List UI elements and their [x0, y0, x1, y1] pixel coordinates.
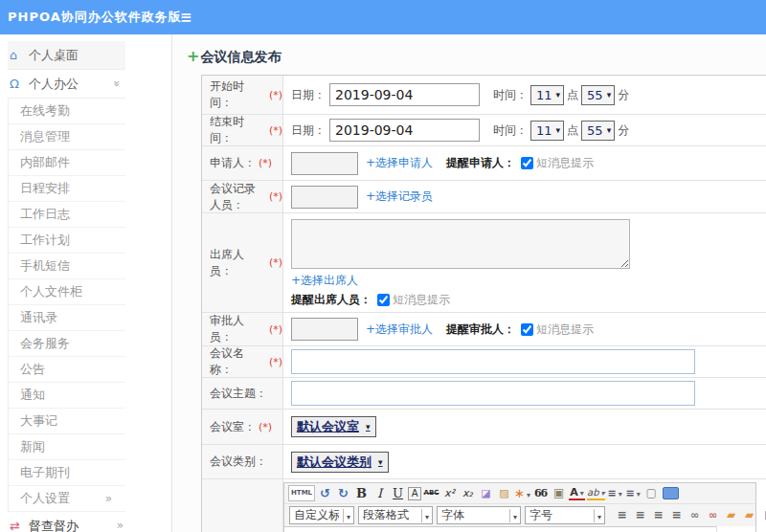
- approver-label-cell: 审批人员： (*): [202, 313, 283, 345]
- sidebar-subitem[interactable]: 消息管理: [9, 124, 125, 150]
- attendee-sms-checkbox[interactable]: [377, 294, 390, 306]
- superscript-icon[interactable]: x²: [441, 485, 458, 501]
- time-label: 时间：: [493, 87, 528, 103]
- heading-select[interactable]: 自定义标题: [289, 506, 354, 524]
- hour-unit: 点: [567, 122, 578, 139]
- link-icon[interactable]: ∞: [687, 507, 703, 523]
- menu-toggle-icon[interactable]: ≡: [180, 9, 192, 26]
- eraser-icon[interactable]: ◪: [478, 485, 494, 501]
- required-mark: (*): [269, 124, 282, 137]
- approver-input[interactable]: [291, 318, 358, 341]
- font-family-select[interactable]: 字体: [437, 506, 521, 524]
- start-time-label-cell: 开始时间： (*): [202, 76, 283, 114]
- align-center-icon[interactable]: ≡: [632, 507, 648, 523]
- html-source-button[interactable]: HTML: [288, 485, 315, 501]
- recorder-label-cell: 会议记录人员： (*): [202, 181, 283, 212]
- applicant-input[interactable]: [291, 152, 358, 175]
- sidebar-item-desktop[interactable]: ⌂ 个人桌面: [8, 41, 125, 70]
- end-hour-select[interactable]: 11: [530, 121, 564, 141]
- form-row-attendees: 出席人员： (*) +选择出席人 提醒出席人员： 短消息提示: [202, 213, 766, 313]
- quick-format-icon[interactable]: ∗: [514, 485, 530, 501]
- sidebar-item-supervise[interactable]: ⇄ 督查督办 »: [8, 512, 125, 532]
- align-left-icon[interactable]: ≡: [614, 507, 630, 523]
- media-icon[interactable]: ▮: [759, 507, 766, 523]
- highlight-color-icon[interactable]: ab: [587, 487, 605, 500]
- sidebar-subitem[interactable]: 公告: [9, 357, 125, 383]
- choose-recorder-link[interactable]: +选择记录员: [366, 188, 433, 205]
- sidebar-subitem[interactable]: 电子期刊: [9, 460, 125, 486]
- sidebar-item-label: 个人办公: [29, 77, 79, 91]
- sidebar-subitem[interactable]: 新闻: [9, 434, 125, 460]
- redo-icon[interactable]: ↻: [335, 485, 351, 501]
- fullscreen-icon[interactable]: [663, 487, 679, 499]
- chevron-right-icon: »: [117, 512, 124, 532]
- end-date-input[interactable]: [329, 119, 480, 142]
- start-date-input[interactable]: [329, 83, 480, 106]
- choose-applicant-link[interactable]: +选择申请人: [366, 155, 433, 171]
- attendees-textarea[interactable]: [291, 219, 630, 269]
- start-minute-select[interactable]: 55: [581, 85, 615, 105]
- paste-icon[interactable]: ▣: [551, 485, 567, 501]
- remind-approver-label: 提醒审批人：: [446, 321, 515, 338]
- unordered-list-icon[interactable]: ≡: [625, 485, 642, 501]
- choose-attendee-link[interactable]: +选择出席人: [291, 274, 358, 287]
- form-row-start-time: 开始时间： (*) 日期： 时间： 11 点 55 分: [202, 76, 766, 115]
- sidebar-item-office[interactable]: Ω 个人办公 »: [8, 70, 125, 99]
- form-row-approver: 审批人员： (*) +选择审批人 提醒审批人： 短消息提示: [202, 313, 766, 346]
- strikethrough-icon[interactable]: ABC: [423, 485, 439, 501]
- align-right-icon[interactable]: ≡: [650, 507, 666, 523]
- underline-icon[interactable]: U: [390, 485, 406, 501]
- font-color-icon[interactable]: A: [569, 487, 585, 500]
- sidebar-subitem[interactable]: 在线考勤: [9, 99, 125, 124]
- meeting-category-select[interactable]: 默认会议类别: [291, 452, 389, 473]
- end-minute-select[interactable]: 55: [581, 121, 615, 141]
- unlink-icon[interactable]: ∞: [705, 507, 721, 523]
- sidebar-subitem-settings[interactable]: 个人设置 »: [9, 486, 125, 512]
- ordered-list-icon[interactable]: ≡: [607, 485, 623, 501]
- applicant-label-cell: 申请人： (*): [202, 146, 283, 180]
- bold-icon[interactable]: B: [353, 485, 370, 501]
- sidebar-subitem[interactable]: 大事记: [9, 409, 125, 434]
- chevron-right-icon: »: [105, 486, 112, 511]
- choose-approver-link[interactable]: +选择审批人: [366, 321, 433, 338]
- font-style-icon[interactable]: A: [408, 487, 421, 500]
- meeting-name-input[interactable]: [291, 349, 695, 374]
- paragraph-select[interactable]: 段落格式: [358, 506, 433, 524]
- justify-icon[interactable]: ≡: [668, 507, 685, 523]
- sidebar-subitem[interactable]: 工作计划: [9, 228, 125, 254]
- italic-icon[interactable]: I: [372, 485, 388, 501]
- undo-icon[interactable]: ↺: [317, 485, 333, 501]
- font-size-select[interactable]: 字号: [525, 506, 605, 524]
- approver-sms-checkbox[interactable]: [521, 323, 533, 336]
- meeting-subject-label-cell: 会议主题：: [202, 378, 283, 409]
- editor-label-cell: [202, 479, 283, 532]
- recorder-input[interactable]: [291, 186, 358, 209]
- blockquote-icon[interactable]: 66: [532, 485, 549, 501]
- sidebar-subitem[interactable]: 会务服务: [9, 331, 125, 357]
- sidebar-subitem[interactable]: 手机短信: [9, 254, 125, 279]
- applicant-sms-checkbox[interactable]: [521, 157, 533, 169]
- meeting-category-label-cell: 会议类别：: [202, 445, 283, 478]
- sidebar-subitem[interactable]: 通讯录: [9, 305, 125, 331]
- start-hour-select[interactable]: 11: [530, 85, 564, 105]
- meeting-room-select[interactable]: 默认会议室: [291, 416, 376, 437]
- image-icon[interactable]: ▰: [723, 507, 739, 523]
- editor-content-area[interactable]: [284, 526, 717, 532]
- sidebar-subitem[interactable]: 个人文件柜: [9, 279, 125, 305]
- dropdown-arrow-icon: [421, 509, 432, 522]
- sidebar-subitem[interactable]: 通知: [9, 383, 125, 409]
- new-page-icon[interactable]: ▢: [643, 485, 660, 501]
- sidebar-submenu: 在线考勤消息管理内部邮件日程安排工作日志工作计划手机短信个人文件柜通讯录会务服务…: [8, 99, 171, 512]
- required-mark: (*): [269, 356, 282, 368]
- remind-attendee-label: 提醒出席人员：: [291, 292, 372, 308]
- sidebar-subitem[interactable]: 内部邮件: [9, 150, 125, 176]
- hour-unit: 点: [567, 87, 578, 103]
- subscript-icon[interactable]: x₂: [460, 485, 476, 501]
- net-image-icon[interactable]: ▰: [741, 507, 757, 523]
- shuffle-icon: ⇄: [10, 512, 20, 532]
- meeting-subject-input[interactable]: [291, 381, 695, 406]
- sidebar-subitem[interactable]: 工作日志: [9, 202, 125, 228]
- format-brush-icon[interactable]: ▨: [496, 485, 512, 501]
- sidebar-subitem[interactable]: 日程安排: [9, 176, 125, 202]
- sidebar-item-label: 个人设置: [20, 491, 70, 505]
